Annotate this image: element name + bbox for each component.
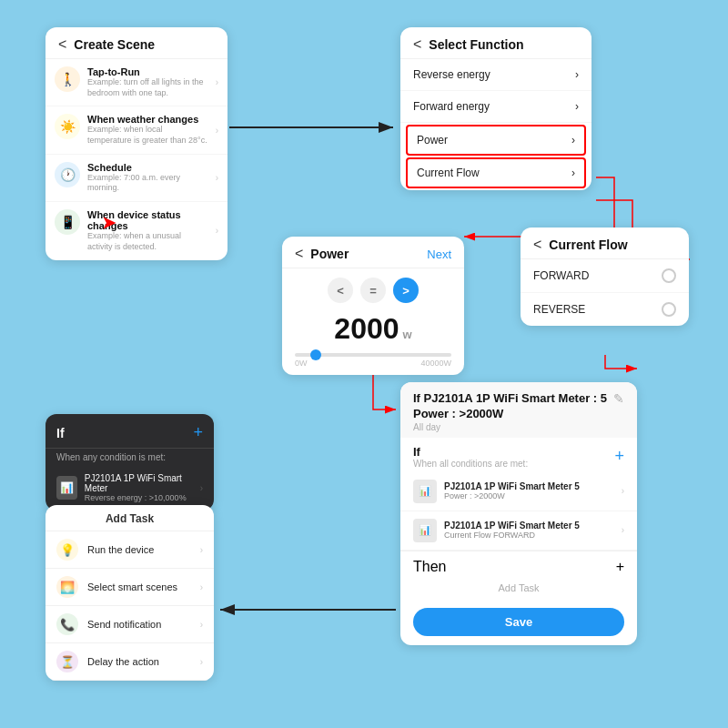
summary-item-power[interactable]: 📊 PJ2101A 1P WiFi Smart Meter 5 Power : … <box>400 472 637 511</box>
power-controls: < = > <box>282 268 464 308</box>
fn-forward-chevron: › <box>575 100 579 113</box>
then-title: Then <box>413 559 446 575</box>
summary-power-desc: Power : >2000W <box>444 491 580 500</box>
flow-forward-radio[interactable] <box>662 268 676 283</box>
run-device-chevron: › <box>200 545 203 555</box>
weather-chevron: › <box>216 126 218 136</box>
card-if-then: If PJ2101A 1P WiFi Smart Meter : 5 Power… <box>400 382 637 645</box>
device-icon: 📱 <box>55 209 80 235</box>
tap-chevron: › <box>216 77 218 87</box>
then-section: Then + Add Task <box>400 551 637 602</box>
if-dark-item-icon: 📊 <box>56 476 77 500</box>
run-device-label: Run the device <box>87 544 191 555</box>
scene-item-tap[interactable]: 🚶 Tap-to-Run Example: turn off all light… <box>46 59 228 106</box>
if-section-header: If When all conditions are met: + <box>400 438 637 472</box>
if-section-title: If <box>413 445 528 459</box>
card-add-task: Add Task 💡 Run the device › 🌅 Select sma… <box>46 505 214 681</box>
if-dark-item-label: PJ2101A 1P WiFi Smart Meter <box>85 473 193 493</box>
scene-item-weather[interactable]: ☀️ When weather changes Example: when lo… <box>46 106 228 154</box>
summary-power-icon: 📊 <box>413 480 437 503</box>
summary-item-flow[interactable]: 📊 PJ2101A 1P WiFi Smart Meter 5 Current … <box>400 511 637 551</box>
if-dark-item[interactable]: 📊 PJ2101A 1P WiFi Smart Meter Reverse en… <box>46 466 214 511</box>
weather-icon: ☀️ <box>55 114 80 139</box>
weather-label: When weather changes <box>87 114 208 125</box>
scenes-label: Select smart scenes <box>87 581 191 592</box>
notify-chevron: › <box>200 620 203 630</box>
power-gt-btn[interactable]: > <box>393 278 419 303</box>
cf-title: Current Flow <box>549 238 627 252</box>
card-power: < Power Next < = > 2000w 0W 40000W <box>282 237 464 375</box>
schedule-icon: 🕐 <box>55 162 80 187</box>
tap-icon: 🚶 <box>55 66 80 92</box>
slider-min: 0W <box>295 359 308 368</box>
if-dark-chevron: › <box>200 483 203 493</box>
weather-desc: Example: when local temperature is great… <box>87 125 208 146</box>
back-arrow[interactable]: < <box>58 36 66 53</box>
task-item-scenes[interactable]: 🌅 Select smart scenes › <box>46 569 214 606</box>
scenes-icon: 🌅 <box>56 576 78 598</box>
save-button[interactable]: Save <box>413 608 624 636</box>
create-scene-header: < Create Scene <box>46 27 228 59</box>
select-function-header: < Select Function <box>400 27 592 59</box>
task-item-run[interactable]: 💡 Run the device › <box>46 531 214 569</box>
sf-back-arrow[interactable]: < <box>413 36 421 53</box>
schedule-chevron: › <box>216 173 218 183</box>
fn-forward-label: Forward energy <box>413 100 490 113</box>
flow-forward-label: FORWARD <box>533 269 589 282</box>
if-section-plus[interactable]: + <box>614 447 624 466</box>
power-slider-row[interactable]: 0W 40000W <box>282 349 464 375</box>
fn-power-chevron: › <box>571 134 575 147</box>
sf-title: Select Function <box>429 37 523 52</box>
slider-max: 40000W <box>420 359 451 368</box>
summary-flow-desc: Current Flow FORWARD <box>444 531 580 540</box>
notify-icon: 📞 <box>56 613 78 635</box>
summary-power-label: PJ2101A 1P WiFi Smart Meter 5 <box>444 481 580 491</box>
then-plus[interactable]: + <box>616 559 624 575</box>
flow-item-forward[interactable]: FORWARD <box>521 259 689 293</box>
fn-item-forward[interactable]: Forward energy › <box>400 91 592 123</box>
flow-reverse-radio[interactable] <box>662 302 676 317</box>
fn-item-current-flow[interactable]: Current Flow › <box>406 157 586 188</box>
device-desc: Example: when a unusual activity is dete… <box>87 231 208 252</box>
fn-item-reverse[interactable]: Reverse energy › <box>400 59 592 91</box>
tap-label: Tap-to-Run <box>87 66 208 77</box>
scene-item-schedule[interactable]: 🕐 Schedule Example: 7:00 a.m. every morn… <box>46 155 228 202</box>
fn-current-flow-label: Current Flow <box>417 167 480 179</box>
summary-flow-icon: 📊 <box>413 519 437 542</box>
fn-power-label: Power <box>417 134 448 147</box>
summary-power-chevron: › <box>622 486 624 496</box>
power-title: Power <box>310 247 349 261</box>
power-eq-btn[interactable]: = <box>360 278 386 303</box>
fn-item-power[interactable]: Power › <box>406 125 586 156</box>
cf-back[interactable]: < <box>533 237 541 253</box>
fn-reverse-label: Reverse energy <box>413 68 490 81</box>
delay-icon: ⏳ <box>56 651 78 672</box>
run-device-icon: 💡 <box>56 539 78 561</box>
add-task-title: Add Task <box>46 505 214 531</box>
summary-edit-btn[interactable]: ✎ <box>613 391 624 406</box>
task-item-delay[interactable]: ⏳ Delay the action › <box>46 643 214 681</box>
summary-header: If PJ2101A 1P WiFi Smart Meter : 5 Power… <box>400 382 637 438</box>
task-item-notify[interactable]: 📞 Send notification › <box>46 606 214 643</box>
power-back[interactable]: < <box>295 246 303 262</box>
if-dark-plus[interactable]: + <box>193 423 203 442</box>
then-add-task: Add Task <box>413 579 624 599</box>
if-dark-item-desc: Reverse energy : >10,000% <box>85 493 193 502</box>
power-less-btn[interactable]: < <box>328 278 353 303</box>
summary-main-title: If PJ2101A 1P WiFi Smart Meter : 5 Power… <box>413 391 624 422</box>
if-dark-title: If <box>56 426 65 440</box>
summary-sub-title: All day <box>413 422 624 432</box>
power-next-btn[interactable]: Next <box>427 248 451 261</box>
summary-flow-label: PJ2101A 1P WiFi Smart Meter 5 <box>444 521 580 531</box>
create-scene-title: Create Scene <box>74 37 155 52</box>
flow-reverse-label: REVERSE <box>533 303 585 316</box>
scene-item-device[interactable]: 📱 When device status changes Example: wh… <box>46 202 228 259</box>
delay-label: Delay the action <box>87 656 191 667</box>
power-header: < Power Next <box>282 237 464 268</box>
flow-item-reverse[interactable]: REVERSE <box>521 293 689 326</box>
delay-chevron: › <box>200 657 203 667</box>
tap-desc: Example: turn off all lights in the bedr… <box>87 77 208 98</box>
notify-label: Send notification <box>87 619 191 630</box>
device-label: When device status changes <box>87 209 208 231</box>
if-dark-subtitle: When any condition is met: <box>46 449 214 466</box>
